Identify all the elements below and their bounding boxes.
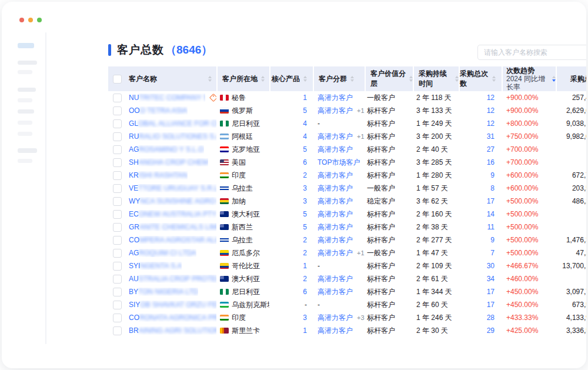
purchase-count-link[interactable]: 28 bbox=[487, 314, 495, 322]
purchase-count-link[interactable]: 8 bbox=[490, 184, 495, 192]
customer-name-link[interactable]: NUTRITEC COMPANY S.A.S bbox=[129, 94, 205, 102]
purchase-count-link[interactable]: 12 bbox=[487, 119, 495, 128]
segment-link[interactable]: 高潜力客户 bbox=[318, 93, 353, 103]
purchase-count-link[interactable]: 27 bbox=[487, 145, 495, 154]
row-checkbox[interactable] bbox=[113, 132, 122, 141]
customer-name-link[interactable]: KRISHI RASHTAN bbox=[129, 171, 188, 179]
row-checkbox[interactable] bbox=[113, 249, 122, 258]
row-checkbox[interactable] bbox=[113, 262, 122, 271]
core-product-count[interactable]: 5 bbox=[303, 106, 307, 115]
purchase-count-link[interactable]: 9 bbox=[490, 236, 495, 244]
purchase-count-link[interactable]: 12 bbox=[487, 94, 495, 102]
row-checkbox[interactable] bbox=[113, 326, 122, 335]
segment-link[interactable]: 高潜力客户 bbox=[318, 209, 353, 219]
column-header-core[interactable]: 核心产品 bbox=[270, 66, 313, 91]
customer-name-link[interactable]: SIYOB SHAVKAT ORZU FERMER X... bbox=[129, 301, 216, 309]
purchase-count-link[interactable]: 9 bbox=[490, 171, 495, 179]
column-header-value[interactable]: 客户价值分层 bbox=[366, 66, 413, 91]
row-checkbox[interactable] bbox=[113, 171, 122, 180]
customer-name-link[interactable]: OOO TETRA ASIA bbox=[129, 106, 188, 115]
core-product-count[interactable]: 3 bbox=[303, 184, 307, 192]
column-header-trend[interactable]: 次数趋势2024 同比增长率 bbox=[503, 66, 556, 91]
column-header-name[interactable]: 客户名称 bbox=[108, 66, 216, 91]
sort-icon[interactable] bbox=[409, 76, 413, 82]
row-checkbox[interactable] bbox=[113, 210, 122, 219]
segment-link[interactable]: 高潜力客户 bbox=[318, 171, 353, 181]
row-checkbox[interactable] bbox=[113, 184, 122, 193]
sidebar-skeleton-item[interactable] bbox=[18, 43, 34, 48]
segment-link[interactable]: 高潜力客户 bbox=[318, 184, 353, 194]
customer-name-link[interactable]: CORONATA AGRONICA PRIVATE E... bbox=[129, 314, 216, 322]
customer-name-link[interactable]: COMPERA AGROSTAR ALIADO R... bbox=[129, 236, 216, 244]
segment-extra-badge[interactable]: +3 bbox=[357, 314, 365, 321]
core-product-count[interactable]: 2 bbox=[303, 236, 307, 244]
customer-name-link[interactable]: AUSTRALIA CROP PROTECTION P... bbox=[129, 275, 216, 283]
purchase-count-link[interactable]: 16 bbox=[487, 158, 495, 166]
column-header-segment[interactable]: 客户分群 bbox=[314, 66, 365, 91]
core-product-count[interactable]: 5 bbox=[303, 223, 307, 231]
row-checkbox[interactable] bbox=[113, 197, 122, 206]
purchase-count-link[interactable]: 34 bbox=[487, 275, 495, 283]
segment-link[interactable]: 高潜力客户 bbox=[318, 106, 353, 116]
column-header-amount[interactable]: 采购总额i bbox=[557, 66, 586, 91]
purchase-count-link[interactable]: 17 bbox=[487, 301, 495, 309]
purchase-count-link[interactable]: 17 bbox=[487, 288, 495, 296]
row-checkbox[interactable] bbox=[113, 106, 122, 115]
core-product-count[interactable]: 3 bbox=[303, 314, 307, 322]
customer-name-link[interactable]: AGROSAMINO Y S.L.O bbox=[129, 145, 204, 154]
segment-extra-badge[interactable]: +1 bbox=[357, 107, 365, 114]
core-product-count[interactable]: 6 bbox=[303, 288, 307, 296]
core-product-count[interactable]: 5 bbox=[303, 145, 307, 154]
segment-extra-badge[interactable]: +1 bbox=[357, 249, 365, 256]
column-header-count[interactable]: 采购总次数 bbox=[460, 66, 502, 91]
sort-icon[interactable] bbox=[492, 76, 496, 82]
purchase-count-link[interactable]: 12 bbox=[487, 106, 495, 115]
core-product-count[interactable]: 4 bbox=[303, 132, 307, 141]
purchase-count-link[interactable]: 29 bbox=[487, 326, 495, 335]
sort-icon[interactable] bbox=[455, 76, 459, 82]
segment-link[interactable]: 高潜力客户 bbox=[318, 145, 353, 155]
core-product-count[interactable]: 2 bbox=[303, 171, 307, 179]
row-checkbox[interactable] bbox=[113, 158, 122, 167]
row-checkbox[interactable] bbox=[113, 288, 122, 296]
search-input[interactable] bbox=[483, 48, 586, 57]
core-product-count[interactable]: 2 bbox=[303, 275, 307, 283]
customer-name-link[interactable]: RURALIO SOLUTIONES S.A bbox=[129, 132, 216, 141]
customer-name-link[interactable]: BRAINING AGRI SOLUTIONS PVT LTD bbox=[129, 326, 216, 335]
core-product-count[interactable]: 1 bbox=[303, 262, 307, 270]
sort-icon[interactable] bbox=[261, 76, 265, 82]
row-checkbox[interactable] bbox=[113, 223, 122, 232]
core-product-count[interactable]: 1 bbox=[303, 326, 307, 335]
core-product-count[interactable]: 6 bbox=[303, 158, 307, 166]
minimize-window-icon[interactable] bbox=[28, 18, 33, 22]
customer-name-link[interactable]: AGROQUIM CI LTDA bbox=[129, 249, 196, 257]
customer-name-link[interactable]: ECONEW AUSTRALIA PTY LIMITED bbox=[129, 210, 216, 218]
segment-link[interactable]: 高潜力客户 bbox=[318, 287, 353, 297]
customer-name-link[interactable]: WYNCA SUNSHINE AGRO PRODU... bbox=[129, 197, 216, 205]
segment-link[interactable]: 高潜力客户 bbox=[318, 274, 353, 284]
customer-name-link[interactable]: SYINGENTA S.A bbox=[129, 262, 182, 270]
segment-link[interactable]: 高潜力客户 bbox=[318, 313, 353, 323]
row-checkbox[interactable] bbox=[113, 275, 122, 284]
purchase-count-link[interactable]: 31 bbox=[487, 132, 495, 141]
customer-name-link[interactable]: BYTON NIGERIA LTD bbox=[129, 288, 198, 296]
column-header-location[interactable]: 客户所在地 bbox=[218, 66, 269, 91]
sort-icon[interactable] bbox=[350, 76, 354, 82]
sort-icon[interactable] bbox=[303, 76, 307, 82]
segment-extra-badge[interactable]: +1 bbox=[357, 133, 365, 140]
purchase-count-link[interactable]: 17 bbox=[487, 197, 495, 205]
segment-link[interactable]: 高潜力客户 bbox=[318, 196, 353, 206]
purchase-count-link[interactable]: 30 bbox=[487, 262, 495, 270]
core-product-count[interactable]: 3 bbox=[303, 197, 307, 205]
core-product-count[interactable]: 2 bbox=[303, 249, 307, 257]
segment-link[interactable]: 高潜力客户 bbox=[318, 326, 353, 336]
customer-name-link[interactable]: SHANGHA CROP CHEM bbox=[129, 158, 208, 166]
segment-link[interactable]: TOP市场客户 bbox=[318, 158, 360, 168]
customer-name-link[interactable]: VETTORE URUGUAY S.R.L bbox=[129, 184, 216, 192]
select-all-checkbox[interactable] bbox=[113, 75, 122, 84]
purchase-count-link[interactable]: 11 bbox=[487, 223, 495, 231]
row-checkbox[interactable] bbox=[113, 314, 122, 322]
row-checkbox[interactable] bbox=[113, 119, 122, 128]
sort-icon[interactable] bbox=[552, 76, 556, 82]
purchase-count-link[interactable]: 7 bbox=[490, 249, 495, 257]
